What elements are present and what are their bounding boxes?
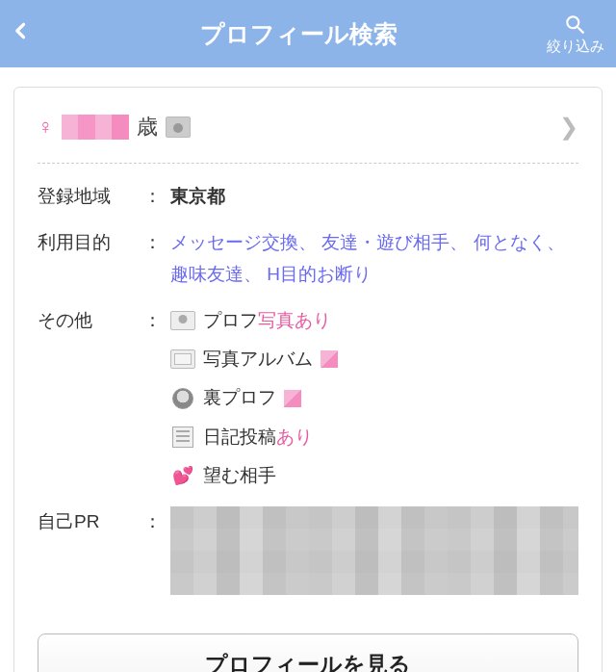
ura-redacted [284,390,301,407]
ura-icon [170,388,195,409]
album-redacted [321,350,338,368]
profile-summary-row[interactable]: ♀ 歳 ❯ [38,113,578,159]
search-icon [563,13,588,38]
avatar-icon [166,116,191,138]
pr-label: 自己PR [38,506,143,595]
back-button[interactable] [12,17,50,51]
desire-icon: 💕 [170,465,195,486]
pr-redacted [170,506,578,595]
other-item-ura: 裏プロフ [170,382,578,413]
field-other: その他 ： プロフ写真あり 写真アルバム 裏プロフ 日記投稿あり � [38,305,578,491]
other-item-album: 写真アルバム [170,344,578,375]
album-icon [170,349,195,370]
chevron-right-icon: ❯ [559,114,578,141]
divider [38,163,578,164]
other-item-photo: プロフ写真あり [170,305,578,336]
profile-photo-icon [170,310,195,331]
purpose-label: 利用目的 [38,227,143,290]
header: プロフィール検索 絞り込み [0,0,616,67]
region-label: 登録地域 [38,181,143,212]
name-redacted [62,115,129,140]
profile-card: ♀ 歳 ❯ 登録地域 ： 東京都 利用目的 ： メッセージ交換、 友達・遊び相手… [13,87,603,672]
purpose-value[interactable]: メッセージ交換、 友達・遊び相手、 何となく、 趣味友達、 H目的お断り [170,227,578,290]
other-item-desire: 💕 望む相手 [170,460,578,491]
age-label: 歳 [137,113,158,142]
field-pr: 自己PR ： [38,506,578,595]
other-item-diary: 日記投稿あり [170,422,578,452]
view-profile-button[interactable]: プロフィールを見る [38,633,578,672]
filter-button[interactable]: 絞り込み [547,13,604,56]
other-list: プロフ写真あり 写真アルバム 裏プロフ 日記投稿あり 💕 望む相手 [170,305,578,491]
region-value: 東京都 [170,181,578,212]
field-purpose: 利用目的 ： メッセージ交換、 友達・遊び相手、 何となく、 趣味友達、 H目的… [38,227,578,290]
other-label: その他 [38,305,143,491]
page-title: プロフィール検索 [50,18,547,50]
filter-label: 絞り込み [547,38,604,56]
gender-female-icon: ♀ [38,115,54,140]
field-region: 登録地域 ： 東京都 [38,181,578,212]
diary-icon [170,426,195,448]
